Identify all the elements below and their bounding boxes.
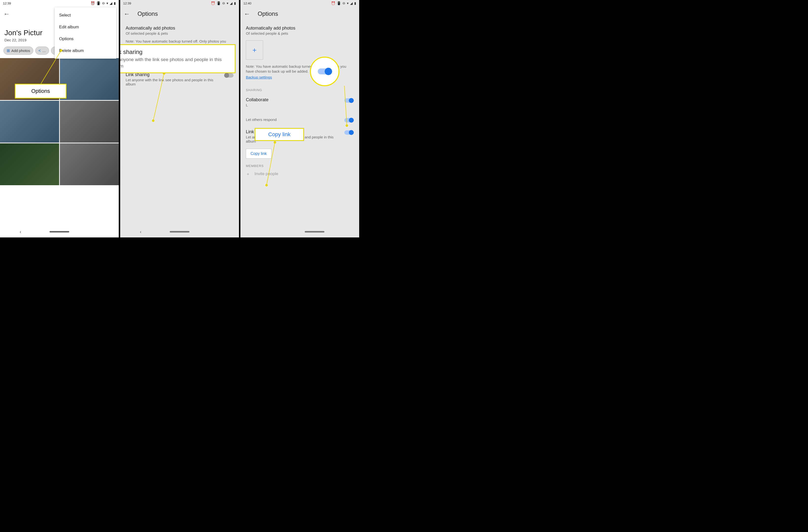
menu-options[interactable]: Options [55, 33, 116, 45]
alarm-icon: ⏰ [211, 1, 215, 5]
vibrate-icon: 📳 [217, 1, 221, 5]
signal-icon: ◢ [230, 1, 233, 5]
toggle-on-icon [318, 69, 332, 74]
photo-thumb[interactable] [60, 143, 119, 185]
backup-settings-link[interactable]: Backup settings [240, 74, 277, 83]
backup-note: Note: You have automatic backup turned o… [240, 62, 359, 74]
comments-sub: Let others respond [246, 117, 339, 122]
svg-point-3 [152, 120, 154, 122]
link-sharing-toggle[interactable] [224, 73, 234, 78]
overflow-menu: Select Edit album Options Delete album [55, 7, 116, 59]
wifi-icon: ▾ [227, 1, 228, 5]
link-sharing-sub: Let anyone with the link see photos and … [126, 78, 219, 86]
nav-home-pill[interactable] [50, 231, 69, 233]
back-button[interactable]: ← [244, 10, 250, 18]
dnd-icon: ⊖ [222, 1, 225, 5]
svg-point-8 [265, 184, 268, 186]
clock: 12:39 [123, 1, 131, 5]
status-icons: ⏰ 📳 ⊖ ▾ ◢ ▮ [91, 1, 116, 5]
nav-bar: ‹ [0, 226, 119, 237]
dnd-icon: ⊖ [102, 1, 105, 5]
plus-icon: ＋ [246, 171, 250, 177]
plus-icon: ＋ [251, 45, 258, 55]
members-category: MEMBERS [240, 159, 359, 169]
wifi-icon: ▾ [347, 1, 349, 5]
vibrate-icon: 📳 [337, 1, 341, 5]
auto-add-title: Automatically add photos [246, 25, 354, 31]
auto-add-sub: Of selected people & pets [126, 31, 234, 35]
nav-home-pill[interactable] [305, 231, 325, 233]
nav-home-pill[interactable] [170, 231, 189, 233]
alarm-icon: ⏰ [91, 1, 95, 5]
callout-link-title: Link sharing [120, 49, 142, 55]
battery-icon: ▮ [234, 1, 236, 5]
nav-bar [240, 226, 359, 237]
callout-toggle [310, 57, 339, 86]
setting-comments[interactable]: Let others respond [240, 108, 359, 125]
menu-delete-album[interactable]: Delete album [55, 45, 116, 57]
status-bar: 12:39 ⏰ 📳 ⊖ ▾ ◢ ▮ [120, 0, 239, 6]
signal-icon: ◢ [350, 1, 353, 5]
page-title: Options [137, 10, 158, 17]
signal-icon: ◢ [110, 1, 112, 5]
link-sharing-toggle[interactable] [344, 130, 354, 135]
callout-options: Options [15, 84, 67, 98]
collaborate-title: Collaborate [246, 97, 339, 103]
share-chip[interactable]: <… [35, 47, 49, 55]
callout-link-body: Let anyone with the link see photos and … [120, 56, 230, 69]
vibrate-icon: 📳 [96, 1, 100, 5]
comments-toggle[interactable] [344, 118, 354, 123]
setting-collaborate[interactable]: Collaborate L [240, 93, 359, 108]
alarm-icon: ⏰ [331, 1, 335, 5]
callout-options-label: Options [31, 88, 50, 94]
invite-label: Invite people [255, 171, 278, 176]
clock: 12:39 [3, 1, 11, 5]
sharing-category: SHARING [240, 83, 359, 93]
nav-back-icon[interactable]: ‹ [20, 229, 21, 235]
nav-back-icon[interactable]: ‹ [140, 229, 141, 235]
collaborate-toggle[interactable] [344, 98, 354, 103]
photo-thumb[interactable] [60, 58, 119, 100]
status-bar: 12:40 ⏰ 📳 ⊖ ▾ ◢ ▮ [240, 0, 359, 6]
share-icon: < [38, 49, 41, 53]
dnd-icon: ⊖ [343, 1, 345, 5]
menu-edit-album[interactable]: Edit album [55, 21, 116, 33]
clock: 12:40 [243, 1, 252, 5]
status-icons: ⏰ 📳 ⊖ ▾ ◢ ▮ [211, 1, 236, 5]
add-photos-label: Add photos [11, 49, 30, 53]
status-icons: ⏰ 📳 ⊖ ▾ ◢ ▮ [331, 1, 356, 5]
setting-auto-add[interactable]: Automatically add photos Of selected peo… [240, 21, 359, 37]
invite-people-row[interactable]: ＋ Invite people [240, 169, 359, 179]
photo-thumb[interactable] [0, 101, 59, 143]
photo-grid [0, 58, 119, 185]
collaborate-sub: L [246, 103, 339, 107]
photo-thumb[interactable] [60, 101, 119, 143]
status-bar: 12:39 ⏰ 📳 ⊖ ▾ ◢ ▮ [0, 0, 119, 6]
add-photo-icon: ⊞ [7, 48, 10, 53]
callout-copy-link: Copy link [255, 128, 304, 141]
auto-add-sub: Of selected people & pets [246, 31, 354, 35]
back-button[interactable]: ← [124, 10, 130, 18]
wifi-icon: ▾ [106, 1, 108, 5]
setting-auto-add[interactable]: Automatically add photos Of selected peo… [120, 21, 239, 37]
menu-select[interactable]: Select [55, 10, 116, 21]
battery-icon: ▮ [114, 1, 116, 5]
photo-thumb[interactable] [0, 143, 59, 185]
callout-copy-label: Copy link [268, 131, 290, 138]
page-title: Options [258, 10, 278, 17]
nav-bar: ‹ [120, 226, 239, 237]
add-photos-chip[interactable]: ⊞ Add photos [3, 47, 33, 55]
back-button[interactable]: ← [3, 10, 10, 18]
auto-add-title: Automatically add photos [126, 25, 234, 31]
add-face-tile[interactable]: ＋ [246, 40, 263, 60]
callout-link-sharing: Link sharing Let anyone with the link se… [120, 44, 236, 73]
battery-icon: ▮ [354, 1, 356, 5]
copy-link-button[interactable]: Copy link [246, 149, 272, 159]
